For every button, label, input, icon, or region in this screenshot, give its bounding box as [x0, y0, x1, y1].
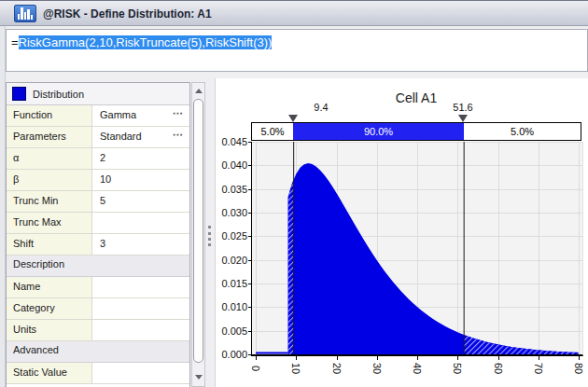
formula-input[interactable]: =RiskGamma(2,10,RiskTruncate(5),RiskShif…	[6, 29, 588, 72]
x-axis-tick-label: 40	[412, 360, 423, 377]
distribution-header-label: Distribution	[33, 89, 84, 100]
scroll-down-button[interactable]	[192, 370, 204, 383]
right-tail-percent: 5.0%	[464, 123, 581, 140]
arrow-up-icon	[195, 89, 203, 93]
y-axis-tick-label: 0.035	[217, 184, 247, 195]
y-axis-tick	[248, 189, 252, 190]
x-axis-tick-label: 50	[452, 360, 463, 377]
property-value-field[interactable]: Gamma⋯	[92, 105, 189, 126]
property-row: Static Value	[7, 363, 189, 384]
property-value-field[interactable]	[92, 277, 189, 297]
property-value-field[interactable]: 5	[92, 191, 189, 212]
chart-panel: Cell A1 9.4 51.6 5.0% 90.0% 5.0% 0.0450.…	[215, 78, 588, 387]
property-label: Parameters	[7, 127, 92, 147]
y-axis-tick-label: 0.040	[217, 159, 247, 171]
probability-band[interactable]: 5.0% 90.0% 5.0%	[251, 122, 581, 141]
property-label: Category	[7, 298, 92, 319]
right-delimiter-value: 51.6	[444, 102, 482, 113]
gamma-curve	[252, 142, 582, 354]
x-axis-tick-label: 80	[573, 360, 584, 377]
property-grid-scrollbar[interactable]	[191, 82, 205, 387]
y-axis-tick	[248, 354, 252, 355]
ellipsis-button[interactable]: ⋯	[173, 129, 184, 141]
x-axis-tick-label: 30	[371, 360, 383, 377]
property-row: Trunc Max	[7, 213, 189, 234]
section-header: Description	[7, 256, 189, 277]
property-row: α2	[7, 148, 189, 170]
property-rows: FunctionGamma⋯ParametersStandard⋯α2β10Tr…	[7, 105, 189, 384]
property-value-field[interactable]: 3	[92, 234, 189, 255]
y-axis-tick-label: 0.010	[217, 301, 247, 312]
property-value-field[interactable]	[92, 213, 189, 233]
x-axis-tick-label: 60	[493, 360, 504, 377]
y-axis-tick	[248, 307, 252, 308]
x-axis-tick-label: 70	[533, 360, 544, 377]
y-axis-tick-label: 0.005	[217, 325, 247, 337]
y-axis-tick-label: 0.020	[217, 255, 247, 266]
y-axis-tick	[248, 260, 252, 261]
formula-prefix: =	[11, 35, 19, 49]
center-percent: 90.0%	[293, 123, 464, 140]
distribution-plot	[251, 142, 583, 356]
y-axis-tick	[248, 236, 252, 237]
property-label: Name	[7, 277, 92, 297]
y-axis-tick	[248, 165, 252, 166]
property-row: Trunc Min5	[7, 191, 189, 213]
distribution-color-swatch	[12, 87, 26, 101]
title-bar[interactable]: @RISK - Define Distribution: A1	[0, 0, 588, 26]
property-label: Static Value	[7, 363, 92, 383]
y-axis-tick-label: 0.025	[217, 230, 247, 242]
atrisk-bar-chart-icon	[14, 5, 36, 22]
property-value-field[interactable]: Standard⋯	[92, 127, 189, 147]
property-row: Shift3	[7, 234, 189, 256]
formula-selected-text: RiskGamma(2,10,RiskTruncate(5),RiskShift…	[19, 35, 273, 49]
property-label: Trunc Max	[7, 213, 92, 233]
left-tail-percent: 5.0%	[252, 123, 293, 140]
section-header: Advanced	[7, 341, 189, 363]
scrollbar-thumb[interactable]	[193, 99, 203, 363]
right-delimiter-marker-icon[interactable]	[458, 115, 468, 122]
window-title: @RISK - Define Distribution: A1	[43, 7, 212, 21]
property-value-field[interactable]: 2	[92, 148, 189, 169]
left-delimiter-value: 9.4	[302, 102, 340, 113]
left-delimiter-marker-icon[interactable]	[288, 115, 298, 122]
x-axis-tick-label: 20	[331, 360, 343, 377]
splitter-grip[interactable]	[208, 226, 211, 246]
property-row: Name	[7, 277, 189, 298]
property-label: Shift	[7, 234, 92, 255]
property-value-field[interactable]	[92, 320, 189, 340]
property-label: Trunc Min	[7, 191, 92, 212]
property-row: FunctionGamma⋯	[7, 105, 189, 127]
y-axis-tick	[248, 142, 252, 143]
y-axis-tick-label: 0.015	[217, 278, 247, 289]
property-value-field[interactable]	[92, 363, 189, 383]
y-axis-tick	[248, 331, 252, 332]
distribution-header: Distribution	[7, 83, 189, 105]
property-row: ParametersStandard⋯	[7, 127, 189, 148]
property-value-field[interactable]: 10	[92, 170, 189, 190]
x-axis-tick-label: 0	[250, 360, 261, 377]
y-axis-tick-label: 0.030	[217, 207, 247, 218]
property-value-field[interactable]	[92, 298, 189, 319]
property-label: β	[7, 170, 92, 190]
property-row: Category	[7, 298, 189, 320]
property-row: β10	[7, 170, 189, 191]
property-label: Function	[7, 105, 92, 126]
scroll-up-button[interactable]	[192, 84, 204, 97]
property-row: Units	[7, 320, 189, 341]
property-label: α	[7, 148, 92, 169]
y-axis-tick	[248, 213, 252, 214]
x-axis-tick-label: 10	[290, 360, 301, 377]
y-axis-tick	[248, 283, 252, 284]
property-label: Units	[7, 320, 92, 340]
y-axis-tick-label: 0.045	[217, 136, 247, 147]
chart-title: Cell A1	[216, 90, 588, 105]
property-grid: Distribution FunctionGamma⋯ParametersSta…	[6, 82, 190, 387]
arrow-down-icon	[195, 375, 203, 380]
ellipsis-button[interactable]: ⋯	[173, 107, 184, 119]
y-axis-tick-label: 0.000	[217, 349, 247, 360]
